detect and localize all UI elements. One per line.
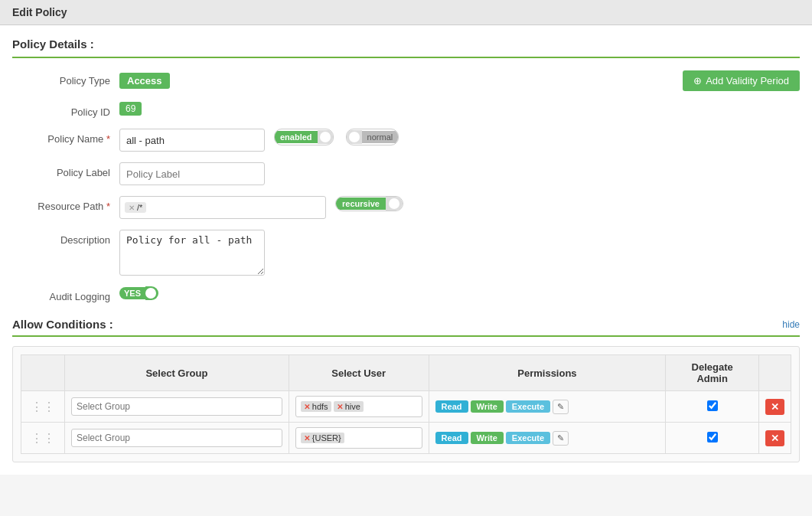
policy-label-label: Policy Label <box>12 162 119 178</box>
perm-read-tag[interactable]: Read <box>435 432 468 444</box>
user-tag: ✕hdfs <box>301 401 331 412</box>
page-header: Edit Policy <box>0 0 812 25</box>
add-validity-button[interactable]: ⊕ Add Validity Period <box>683 70 800 91</box>
policy-id-row: Policy ID 69 <box>12 102 800 118</box>
allow-conditions-title: Allow Conditions : <box>12 318 113 331</box>
delete-row-button[interactable]: ✕ <box>765 399 784 415</box>
recursive-knob <box>389 198 399 209</box>
policy-type-badge: Access <box>119 73 170 89</box>
policy-label-row: Policy Label <box>12 162 800 185</box>
enabled-knob <box>320 132 331 142</box>
policy-name-label: Policy Name <box>12 129 119 145</box>
user-tags-container[interactable]: ✕hdfs✕hive <box>295 396 422 417</box>
delete-row-button[interactable]: ✕ <box>765 430 784 446</box>
resource-path-input[interactable]: ✕ /* <box>119 196 326 219</box>
perm-write-tag[interactable]: Write <box>471 432 504 444</box>
user-tag: ✕hive <box>334 401 364 412</box>
audit-logging-label: Audit Logging <box>12 286 119 302</box>
normal-toggle[interactable]: normal <box>346 129 399 145</box>
perm-execute-tag[interactable]: Execute <box>506 400 550 413</box>
user-tag-remove[interactable]: ✕ <box>304 403 310 411</box>
perm-execute-tag[interactable]: Execute <box>506 432 550 444</box>
plus-circle-icon: ⊕ <box>693 75 702 87</box>
drag-handle[interactable]: ⋮⋮ <box>28 400 58 413</box>
select-group-input[interactable] <box>71 429 282 447</box>
drag-handle[interactable]: ⋮⋮ <box>28 432 58 445</box>
enabled-label: enabled <box>275 131 318 143</box>
normal-knob <box>349 132 360 142</box>
col-delegate: DelegateAdmin <box>666 355 759 391</box>
user-tag-remove[interactable]: ✕ <box>337 403 343 411</box>
perm-read-tag[interactable]: Read <box>435 400 468 413</box>
description-row: Description Policy for all - path <box>12 230 800 276</box>
policy-name-input[interactable] <box>119 129 265 152</box>
delegate-admin-checkbox[interactable] <box>707 400 718 411</box>
hide-link[interactable]: hide <box>782 319 800 330</box>
user-tags-container[interactable]: ✕{USER} <box>295 427 422 449</box>
select-group-input[interactable] <box>71 397 282 416</box>
col-drag <box>21 355 65 391</box>
resource-path-tag: ✕ /* <box>125 202 146 213</box>
policy-id-label: Policy ID <box>12 102 119 118</box>
policy-type-label: Policy Type <box>12 70 119 87</box>
description-label: Description <box>12 230 119 246</box>
policy-type-row: Policy Type Access ⊕ Add Validity Period <box>12 70 800 91</box>
page-title: Edit Policy <box>12 6 67 18</box>
tag-x-icon[interactable]: ✕ <box>129 204 135 212</box>
perm-write-tag[interactable]: Write <box>471 400 504 413</box>
audit-yes-label: YES <box>119 287 145 299</box>
table-row: ⋮⋮✕{USER}ReadWriteExecute✎✕ <box>21 423 791 454</box>
recursive-toggle[interactable]: recursive <box>335 196 403 211</box>
policy-label-input[interactable] <box>119 162 265 185</box>
audit-logging-row: Audit Logging YES <box>12 286 800 302</box>
col-group: Select Group <box>65 355 289 391</box>
normal-label: normal <box>362 131 399 143</box>
description-input[interactable]: Policy for all - path <box>119 230 265 276</box>
user-tag-name: hdfs <box>312 402 328 411</box>
allow-conditions-header: Allow Conditions : hide <box>12 318 800 337</box>
policy-details-header: Policy Details : <box>12 38 800 58</box>
user-tag: ✕{USER} <box>301 433 344 443</box>
conditions-table: Select Group Select User Permissions Del… <box>21 354 791 454</box>
policy-details-section: Policy Details : Policy Type Access ⊕ Ad… <box>12 38 800 302</box>
policy-name-row: Policy Name enabled normal <box>12 129 800 152</box>
table-header-row: Select Group Select User Permissions Del… <box>21 355 791 391</box>
col-action <box>759 355 791 391</box>
audit-logging-toggle[interactable]: YES <box>119 286 158 300</box>
user-tag-remove[interactable]: ✕ <box>304 434 310 443</box>
table-row: ⋮⋮✕hdfs✕hiveReadWriteExecute✎✕ <box>21 391 791 423</box>
policy-id-badge: 69 <box>119 102 142 116</box>
permissions-cell: ReadWriteExecute✎ <box>435 431 660 446</box>
resource-path-row: Resource Path ✕ /* recursive <box>12 196 800 219</box>
edit-permissions-button[interactable]: ✎ <box>553 431 569 446</box>
edit-permissions-button[interactable]: ✎ <box>553 400 569 414</box>
col-permissions: Permissions <box>429 355 666 391</box>
col-user: Select User <box>289 355 429 391</box>
allow-conditions-section: Allow Conditions : hide Select Group Sel… <box>12 318 800 462</box>
user-tag-name: hive <box>345 402 360 411</box>
conditions-table-wrapper: Select Group Select User Permissions Del… <box>12 346 800 462</box>
resource-path-label: Resource Path <box>12 196 119 212</box>
recursive-label: recursive <box>336 198 386 210</box>
audit-knob <box>145 288 156 299</box>
enabled-toggle[interactable]: enabled <box>274 129 334 145</box>
delegate-admin-checkbox[interactable] <box>707 432 718 443</box>
permissions-cell: ReadWriteExecute✎ <box>435 400 660 414</box>
user-tag-name: {USER} <box>312 433 341 443</box>
